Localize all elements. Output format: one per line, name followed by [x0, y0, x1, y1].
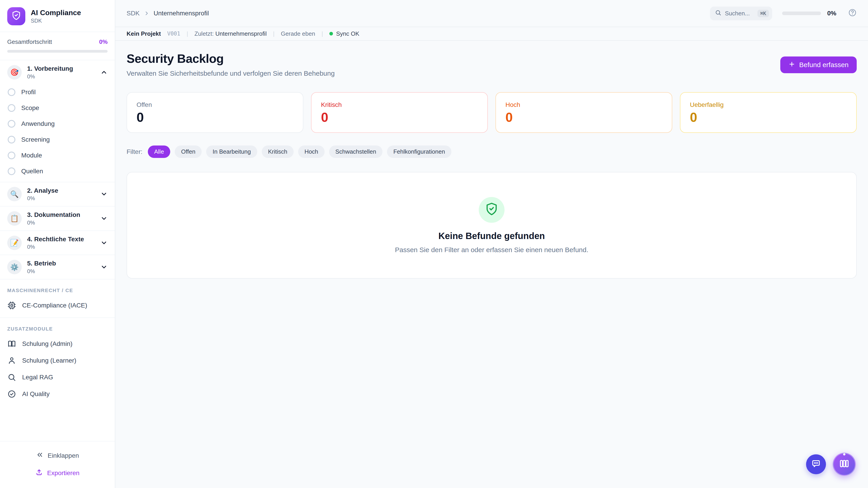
- page-content: Security Backlog Verwalten Sie Sicherhei…: [115, 41, 868, 488]
- chevron-down-icon[interactable]: [100, 191, 107, 198]
- stat-card-hoch: Hoch 0: [495, 92, 672, 133]
- app-title-block: AI Compliance SDK: [31, 8, 81, 24]
- chat-button[interactable]: [806, 454, 826, 474]
- chevron-right-icon: [144, 10, 150, 16]
- empty-state-icon-circle: [479, 197, 504, 223]
- topbar-progress: 0%: [782, 10, 836, 17]
- topbar-progress-value: 0%: [827, 10, 836, 17]
- search-input[interactable]: [725, 10, 754, 17]
- last-visited: Zuletzt: Unternehmensprofil: [194, 30, 267, 37]
- app-subtitle: SDK: [31, 18, 81, 24]
- sidebar-nav: 🎯 1. Vorbereitung 0% Profil: [0, 60, 115, 441]
- chevrons-left-icon: [36, 451, 43, 460]
- target-icon: 🎯: [7, 65, 22, 79]
- sidebar-item-scope[interactable]: Scope: [0, 100, 115, 116]
- sidebar-item-ai-quality[interactable]: AI Quality: [0, 386, 115, 402]
- sidebar-item-module[interactable]: Module: [0, 148, 115, 163]
- filter-chip-kritisch[interactable]: Kritisch: [262, 145, 293, 158]
- project-name: Kein Projekt: [127, 30, 161, 37]
- main-area: SDK Unternehmensprofil ⌘K: [115, 0, 868, 488]
- sidebar-item-legal-rag[interactable]: Legal RAG: [0, 369, 115, 386]
- sync-status: Sync OK: [329, 30, 360, 37]
- section-percent: 0%: [27, 73, 95, 80]
- search-icon: [715, 9, 721, 18]
- stat-card-kritisch: Kritisch 0: [311, 92, 488, 133]
- user-icon: [7, 356, 16, 365]
- search-icon: [7, 373, 16, 382]
- overall-progress-label: Gesamtfortschritt: [7, 38, 52, 45]
- nav-section-header-dokumentation[interactable]: 📋 3. Dokumentation 0%: [0, 206, 115, 230]
- sidebar-item-anwendung[interactable]: Anwendung: [0, 116, 115, 132]
- topbar-progress-track: [782, 11, 821, 15]
- status-bar: Kein Projekt V001 | Zuletzt: Unternehmen…: [115, 27, 868, 41]
- filter-chip-offen[interactable]: Offen: [175, 145, 202, 158]
- export-button[interactable]: Exportieren: [7, 464, 107, 482]
- nav-section-vorbereitung: 🎯 1. Vorbereitung 0% Profil: [0, 60, 115, 182]
- nav-group-maschinenrecht: MASCHINENRECHT / CE CE-Compliance (IACE): [0, 280, 115, 318]
- status-circle-icon: [8, 152, 16, 159]
- kanban-button[interactable]: [833, 453, 856, 476]
- sidebar: AI Compliance SDK Gesamtfortschritt 0% 🎯…: [0, 0, 115, 488]
- collapse-sidebar-button[interactable]: Einklappen: [7, 447, 107, 464]
- nav-section-dokumentation: 📋 3. Dokumentation 0%: [0, 206, 115, 231]
- chevron-down-icon[interactable]: [100, 215, 107, 222]
- kanban-columns-icon: [839, 458, 850, 470]
- nav-section-rechtliche-texte: 📝 4. Rechtliche Texte 0%: [0, 231, 115, 255]
- empty-state-panel: Keine Befunde gefunden Passen Sie den Fi…: [127, 172, 857, 279]
- shield-check-icon: [485, 202, 498, 218]
- sidebar-item-ce-compliance[interactable]: CE-Compliance (IACE): [0, 297, 115, 314]
- chevron-down-icon[interactable]: [100, 263, 107, 271]
- search-box[interactable]: ⌘K: [710, 6, 772, 20]
- stat-card-offen: Offen 0: [127, 92, 303, 133]
- status-circle-icon: [8, 104, 16, 112]
- app-root: AI Compliance SDK Gesamtfortschritt 0% 🎯…: [0, 0, 868, 488]
- sync-status-dot: [329, 32, 333, 35]
- nav-section-analyse: 🔍 2. Analyse 0%: [0, 182, 115, 207]
- page-title: Security Backlog: [127, 52, 335, 66]
- help-button[interactable]: [848, 8, 857, 19]
- status-circle-icon: [8, 167, 16, 175]
- filter-chip-in-bearbeitung[interactable]: In Bearbeitung: [206, 145, 257, 158]
- breadcrumb-current: Unternehmensprofil: [154, 10, 209, 17]
- sidebar-item-schulung-learner[interactable]: Schulung (Learner): [0, 352, 115, 369]
- nav-section-header-analyse[interactable]: 🔍 2. Analyse 0%: [0, 182, 115, 206]
- chat-bubble-icon: [811, 459, 821, 470]
- nav-group-zusatzmodule: ZUSATZMODULE Schulung (Admin) Schulung (…: [0, 318, 115, 402]
- sidebar-item-screening[interactable]: Screening: [0, 132, 115, 148]
- chevron-down-icon[interactable]: [100, 239, 107, 247]
- status-circle-icon: [8, 120, 16, 128]
- book-open-icon: [7, 339, 16, 348]
- floating-buttons: [806, 453, 856, 476]
- status-circle-icon: [8, 136, 16, 143]
- gear-icon: ⚙️: [7, 260, 22, 274]
- filter-chip-schwachstellen[interactable]: Schwachstellen: [329, 145, 383, 158]
- check-circle-icon: [7, 390, 16, 398]
- nav-section-header-rechtliche-texte[interactable]: 📝 4. Rechtliche Texte 0%: [0, 231, 115, 255]
- app-logo: [7, 7, 25, 25]
- topbar: SDK Unternehmensprofil ⌘K: [115, 0, 868, 27]
- nav-section-header-betrieb[interactable]: ⚙️ 5. Betrieb 0%: [0, 255, 115, 279]
- sidebar-header: AI Compliance SDK: [0, 0, 115, 32]
- last-saved-time: Gerade eben: [281, 30, 315, 37]
- chevron-up-icon[interactable]: [100, 69, 107, 76]
- app-title: AI Compliance: [31, 8, 81, 17]
- shield-check-icon: [11, 10, 21, 22]
- stats-row: Offen 0 Kritisch 0 Hoch 0 Ueberfaellig 0: [127, 92, 857, 133]
- filter-chip-alle[interactable]: Alle: [148, 145, 170, 158]
- filter-chip-hoch[interactable]: Hoch: [298, 145, 324, 158]
- keyboard-shortcut-badge: ⌘K: [757, 10, 769, 17]
- sidebar-footer: Einklappen Exportieren: [0, 441, 115, 488]
- sidebar-item-profil[interactable]: Profil: [0, 84, 115, 100]
- question-circle-icon: [848, 8, 857, 19]
- create-finding-button[interactable]: Befund erfassen: [780, 57, 857, 73]
- filter-bar: Filter: Alle Offen In Bearbeitung Kritis…: [127, 145, 857, 158]
- magnifier-icon: 🔍: [7, 187, 22, 201]
- nav-section-header-vorbereitung[interactable]: 🎯 1. Vorbereitung 0%: [0, 60, 115, 84]
- overall-progress-value: 0%: [99, 38, 107, 45]
- sidebar-item-schulung-admin[interactable]: Schulung (Admin): [0, 335, 115, 352]
- breadcrumb-root[interactable]: SDK: [127, 10, 140, 17]
- overall-progress-track: [7, 50, 107, 53]
- upload-icon: [35, 468, 43, 478]
- filter-chip-fehlkonfigurationen[interactable]: Fehlkonfigurationen: [387, 145, 451, 158]
- sidebar-item-quellen[interactable]: Quellen: [0, 163, 115, 179]
